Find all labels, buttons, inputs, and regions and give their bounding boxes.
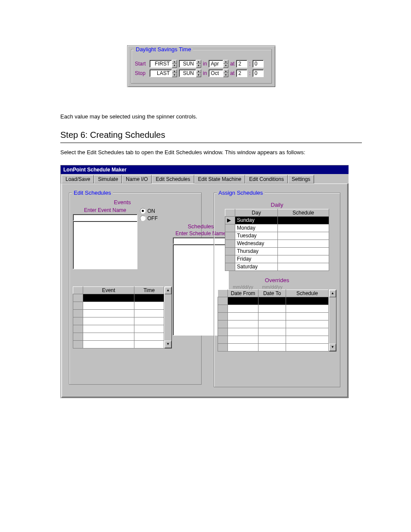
spinner-buttons[interactable]: ▲▼	[223, 69, 228, 77]
overrides-table[interactable]: Date From Date To Schedule	[218, 289, 329, 352]
dst-stop-dow-spinner[interactable]: SUN ▲▼	[179, 69, 201, 77]
table-row[interactable]: ▶Sunday	[225, 216, 329, 224]
radio-on[interactable]: ON	[140, 208, 158, 214]
dst-group-title: Daylight Savings Time	[134, 46, 193, 53]
tab-name-io[interactable]: Name I/O	[122, 175, 152, 184]
dst-stop-row: Stop LAST ▲▼ SUN ▲▼ in Oct ▲▼ at	[135, 69, 268, 77]
table-row[interactable]	[218, 297, 329, 305]
table-row[interactable]	[73, 333, 164, 340]
spin-up-icon[interactable]: ▲	[223, 69, 228, 73]
schedule-window: LonPoint Schedule Maker Load/Save Simula…	[60, 165, 349, 398]
body-p1: Each value may be selected using the spi…	[60, 113, 362, 121]
spinner-buttons[interactable]: ▲▼	[172, 60, 177, 68]
table-row[interactable]: Tuesday	[225, 232, 329, 240]
spin-up-icon[interactable]: ▲	[196, 69, 201, 73]
spinner-buttons[interactable]: ▲▼	[196, 60, 201, 68]
dst-start-occurrence[interactable]: FIRST	[149, 60, 172, 68]
spin-up-icon[interactable]: ▲	[172, 60, 177, 64]
dst-panel-wrap: Daylight Savings Time Start FIRST ▲▼ SUN…	[127, 45, 276, 87]
table-row[interactable]: Thursday	[225, 247, 329, 255]
dst-stop-hour[interactable]: 2	[236, 69, 247, 77]
spin-up-icon[interactable]: ▲	[172, 69, 177, 73]
tab-edit-state-machine[interactable]: Edit State Machine	[194, 175, 246, 184]
table-row[interactable]	[73, 309, 164, 317]
rowmark-header	[225, 209, 235, 216]
edit-schedules-group: Edit Schedules Events Enter Event Name	[69, 193, 202, 385]
event-table-scrollbar[interactable]: ▲▼	[164, 286, 172, 348]
overrides-scrollbar[interactable]: ▲▼	[329, 289, 336, 352]
dst-start-month[interactable]: Apr	[209, 60, 223, 68]
dst-start-month-spinner[interactable]: Apr ▲▼	[209, 60, 228, 68]
dst-start-dow-spinner[interactable]: SUN ▲▼	[179, 60, 201, 68]
col-day: Day	[235, 209, 278, 216]
spin-down-icon[interactable]: ▼	[196, 73, 201, 77]
assign-schedules-group: Assign Schedules Daily Day Schedule	[214, 193, 340, 387]
day-cell: Monday	[235, 224, 278, 232]
spin-down-icon[interactable]: ▼	[196, 64, 201, 68]
dst-in-label: in	[203, 61, 207, 67]
scroll-down-icon[interactable]: ▼	[165, 341, 171, 348]
spin-up-icon[interactable]: ▲	[223, 60, 228, 64]
spin-down-icon[interactable]: ▼	[223, 64, 228, 68]
event-state-radios: ON OFF	[140, 208, 158, 269]
col-date-to: Date To	[258, 289, 286, 297]
scroll-up-icon[interactable]: ▲	[165, 287, 171, 294]
dst-groupbox: Daylight Savings Time Start FIRST ▲▼ SUN…	[131, 49, 272, 84]
spin-down-icon[interactable]: ▼	[172, 73, 177, 77]
table-row[interactable]: Monday	[225, 224, 329, 232]
radio-off[interactable]: OFF	[140, 215, 158, 221]
radio-off-label: OFF	[147, 215, 158, 221]
dst-stop-month-spinner[interactable]: Oct ▲▼	[209, 69, 228, 77]
spinner-buttons[interactable]: ▲▼	[196, 69, 201, 77]
events-area: Events Enter Event Name ON	[73, 199, 172, 269]
spin-down-icon[interactable]: ▼	[172, 64, 177, 68]
table-row[interactable]	[73, 317, 164, 325]
dst-stop-occurrence[interactable]: LAST	[149, 69, 172, 77]
table-row[interactable]	[218, 343, 329, 351]
table-row[interactable]	[218, 312, 329, 320]
table-row[interactable]	[73, 302, 164, 309]
dst-start-minute[interactable]: 0	[252, 60, 264, 68]
dst-stop-minute[interactable]: 0	[252, 69, 264, 77]
dst-start-occurrence-spinner[interactable]: FIRST ▲▼	[149, 60, 177, 68]
scroll-up-icon[interactable]: ▲	[329, 290, 336, 297]
spin-down-icon[interactable]: ▼	[223, 73, 228, 77]
spinner-buttons[interactable]: ▲▼	[223, 60, 228, 68]
table-row[interactable]	[218, 305, 329, 312]
table-row[interactable]	[73, 294, 164, 302]
table-row[interactable]	[218, 320, 329, 328]
events-title: Events	[73, 199, 172, 205]
event-name-list[interactable]	[73, 221, 137, 269]
dst-stop-dow[interactable]: SUN	[179, 69, 196, 77]
dst-start-hour[interactable]: 2	[236, 60, 247, 68]
event-name-input[interactable]	[73, 214, 137, 221]
table-row[interactable]: Friday	[225, 255, 329, 263]
dst-at-label: at	[230, 70, 234, 76]
rowmark-header	[73, 286, 83, 294]
tab-load-save[interactable]: Load/Save	[62, 175, 94, 184]
tab-settings[interactable]: Settings	[288, 175, 314, 184]
heading-rule	[60, 143, 362, 143]
table-row[interactable]: Wednesday	[225, 240, 329, 247]
dst-start-dow[interactable]: SUN	[179, 60, 196, 68]
col-date-from: Date From	[228, 289, 258, 297]
table-row[interactable]	[218, 336, 329, 343]
col-event: Event	[83, 286, 134, 294]
spin-up-icon[interactable]: ▲	[196, 60, 201, 64]
table-row[interactable]	[218, 328, 329, 336]
tab-edit-schedules[interactable]: Edit Schedules	[152, 175, 194, 184]
table-row[interactable]	[73, 325, 164, 333]
tab-simulate[interactable]: Simulate	[94, 175, 122, 184]
dst-stop-month[interactable]: Oct	[209, 69, 223, 77]
body-heading: Step 6: Creating Schedules	[60, 130, 362, 140]
daily-table[interactable]: Day Schedule ▶Sunday Monday Tuesday Wedn…	[225, 209, 329, 271]
spinner-buttons[interactable]: ▲▼	[172, 69, 177, 77]
tab-edit-conditions[interactable]: Edit Conditions	[245, 175, 288, 184]
table-row[interactable]: Saturday	[225, 263, 329, 271]
event-time-table[interactable]: Event Time	[73, 286, 164, 348]
dst-colon: :	[249, 61, 250, 67]
dst-stop-occurrence-spinner[interactable]: LAST ▲▼	[149, 69, 177, 77]
scroll-down-icon[interactable]: ▼	[329, 344, 336, 351]
dst-start-row: Start FIRST ▲▼ SUN ▲▼ in Apr ▲▼ at	[135, 60, 268, 68]
table-row[interactable]	[73, 340, 164, 348]
